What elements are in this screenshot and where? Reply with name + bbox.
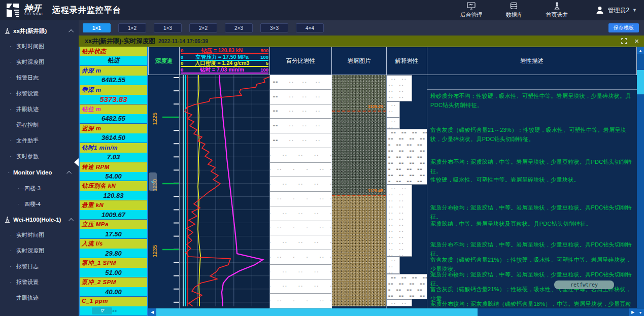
lithology-description: 富含灰质（碳酸钙含量21～23%）；性较硬，吸水性、可塑性中等。岩屑呈块状，少量… — [430, 125, 635, 144]
panel-timestamp: 2022-11-14 17:05:39 — [158, 38, 208, 44]
param-value-text: 7.03 — [107, 153, 120, 161]
chevron-up-icon[interactable] — [69, 29, 74, 34]
param-label: 悬重 kN — [80, 200, 147, 210]
layout-tab-1×2[interactable]: 1×2 — [118, 23, 146, 32]
param-value: 6482.55 — [80, 114, 147, 123]
sidebar-item-13[interactable]: 实时时间图 — [4, 227, 79, 243]
scroll-up-arrow[interactable]: ▲ — [637, 47, 644, 54]
param-value-text: 钻进 — [108, 56, 120, 65]
scroll-left-arrow[interactable]: ◀ — [148, 308, 156, 316]
param-value: 29.80 — [80, 249, 147, 258]
lithology-pattern-row: == == == -- -- -- = = = — [270, 90, 331, 104]
interp-lithology-block: -- -- -- -- -- -- -- -- -- -- -- -- -- -… — [387, 101, 400, 118]
param-collapse-button[interactable]: < — [149, 172, 157, 191]
nav-item-label: 数据库 — [505, 11, 522, 19]
interp-lithology-block: -- -- -- -- -- -- -- -- -- -- -- -- -- -… — [387, 75, 412, 101]
sidebar-item-6[interactable]: 远程控制 — [4, 117, 79, 133]
param-value-text: 1009.67 — [101, 211, 125, 219]
curve-name-value: 入口密度 = 1.24 g/cm3 — [188, 60, 256, 66]
app-title: 远程录井监控平台 — [52, 5, 121, 16]
nav-item-label: 首页选井 — [546, 11, 568, 19]
sidebar-group-9[interactable]: Monitor Video — [4, 164, 79, 181]
derrick-icon — [4, 27, 11, 34]
curve-min: 0 — [181, 67, 188, 73]
close-icon[interactable]: × — [634, 38, 639, 44]
sidebar-item-16[interactable]: 报警设置 — [4, 274, 79, 290]
lithology-pattern-row: - - - -- -- -- - - - — [270, 265, 331, 279]
lithology-description-column: retfwtrey 粉砂质分布不均；性较硬，吸水性、可塑性中等。岩屑呈块状，少量… — [427, 75, 637, 308]
curve-max: 100 — [256, 67, 268, 73]
layout-tab-1×3[interactable]: 1×3 — [154, 23, 182, 32]
param-value: ▽--- — [80, 306, 147, 315]
save-template-button[interactable]: 保存模板 — [608, 23, 639, 32]
sidebar-item-14[interactable]: 实时深度图 — [4, 243, 79, 259]
lithology-pattern-row: - - - -- -- -- - - - — [270, 279, 331, 294]
grid-line — [427, 89, 637, 90]
layout-tab-2×3[interactable]: 2×3 — [225, 23, 253, 32]
param-value: 5373.83 — [80, 95, 147, 104]
param-label: 钻压别名 kN — [80, 181, 147, 191]
param-value-text: 29.80 — [105, 250, 122, 257]
sidebar-item-8[interactable]: 实时参数 — [4, 149, 79, 164]
horizontal-scroll-thumb[interactable] — [156, 308, 478, 316]
param-block-5: 钻时1 min/m7.03 — [80, 143, 147, 162]
interp-lithology-block: -- -- -- -- -- -- -- -- -- -- -- -- -- -… — [387, 299, 412, 306]
param-label: 垂深 m — [80, 85, 147, 95]
param-value-text: 6482.55 — [101, 76, 125, 84]
layout-tab-3×3[interactable]: 3×3 — [260, 23, 288, 32]
param-value-text: 3614.50 — [101, 134, 125, 142]
column-header-interpreted-lithology: 解释岩性 — [387, 47, 427, 75]
well-name: Wei-H100(Hole-1) — [13, 217, 61, 223]
chevron-up-icon[interactable] — [66, 170, 72, 175]
sidebar-item-3[interactable]: 报警日志 — [4, 70, 79, 86]
sidebar-item-7[interactable]: 文件助手 — [4, 133, 79, 149]
param-block-6: 转速 RPM54.00 — [80, 162, 147, 182]
sidebar-item-11[interactable]: 四楼-4 — [4, 196, 79, 212]
sidebar-item-5[interactable]: 井眼轨迹 — [4, 101, 79, 117]
vertical-scroll-thumb[interactable] — [637, 70, 644, 94]
param-value: 7.03 — [80, 153, 147, 162]
horizontal-scrollbar: ◀ ▶ — [148, 308, 637, 316]
column-header-percent-lithology: 百分比岩性 — [270, 47, 332, 75]
nav-item-2[interactable]: 首页选井 — [546, 2, 568, 19]
curve-max: 5 — [256, 60, 268, 66]
sidebar-item-2[interactable]: 实时深度图 — [4, 54, 79, 70]
curve-min: 0 — [181, 60, 188, 66]
lithology-pattern-row: -- -- -- - - -- -- -- — [270, 192, 331, 206]
sidebar-well-12[interactable]: Wei-H100(Hole-1) — [4, 212, 79, 227]
maximize-icon[interactable] — [621, 38, 627, 44]
nav-item-0[interactable]: 后台管理 — [460, 2, 482, 19]
layout-tab-2×2[interactable]: 2×2 — [189, 23, 217, 32]
cuttings-photo-column: 1125.211129.45 — [332, 75, 387, 308]
param-block-12: 泵冲_2 SPM40.00 — [80, 277, 147, 297]
hover-tooltip: retfwtrey — [554, 280, 614, 289]
brand-cn: 神开 — [24, 5, 43, 12]
lithology-pattern-row: - - - -- -- -- - - - — [270, 177, 331, 192]
sidebar-item-17[interactable]: 井眼轨迹 — [4, 290, 79, 306]
param-label: C_1 ppm — [80, 297, 147, 306]
panel-title: xx井(新井眼)-实时深度图 — [85, 37, 155, 46]
param-value-text: 6482.55 — [101, 115, 125, 122]
user-menu[interactable]: 管理员2 ▼ — [595, 6, 637, 15]
layout-tab-4×4[interactable]: 4×4 — [296, 23, 324, 32]
brand: 神开 SHENKAI — [5, 3, 43, 18]
lithology-description: 泥质分布较均；泥灰质胶结（碳酸钙含量18%），中等。岩屑呈块状，少量豆粒状。具P… — [430, 299, 635, 308]
param-label: 钻时1 min/m — [80, 143, 147, 153]
lithology-pattern-row: == == == -- -- -- = = = — [270, 104, 331, 119]
lithology-pattern-row: -- -- -- - - -- -- -- — [270, 221, 331, 236]
scroll-down-arrow[interactable]: ▼ — [637, 309, 644, 316]
nav-item-1[interactable]: 数据库 — [505, 2, 522, 19]
curve-legend: 0钻压 = 120.83 kN5000立管压力 = 17.50 MPa1000入… — [180, 47, 270, 75]
sidebar-item-1[interactable]: 实时时间图 — [4, 39, 79, 54]
dropdown-chevron-icon[interactable]: ▽ — [92, 307, 112, 314]
layout-tab-1×1[interactable]: 1×1 — [83, 23, 111, 32]
sidebar-collapse-handle[interactable] — [74, 158, 79, 166]
sidebar-item-15[interactable]: 报警日志 — [4, 259, 79, 274]
sidebar-item-4[interactable]: 报警设置 — [4, 86, 79, 101]
depth-track: 122512301235 — [148, 75, 180, 308]
scroll-right-arrow[interactable]: ▶ — [629, 308, 637, 316]
sidebar-item-10[interactable]: 四楼-3 — [4, 181, 79, 196]
lithology-pattern-row: -- -- -- - - -- -- -- — [270, 250, 331, 265]
sidebar-well-0[interactable]: xx井(新井眼) — [4, 23, 79, 39]
chevron-up-icon[interactable] — [69, 218, 74, 223]
